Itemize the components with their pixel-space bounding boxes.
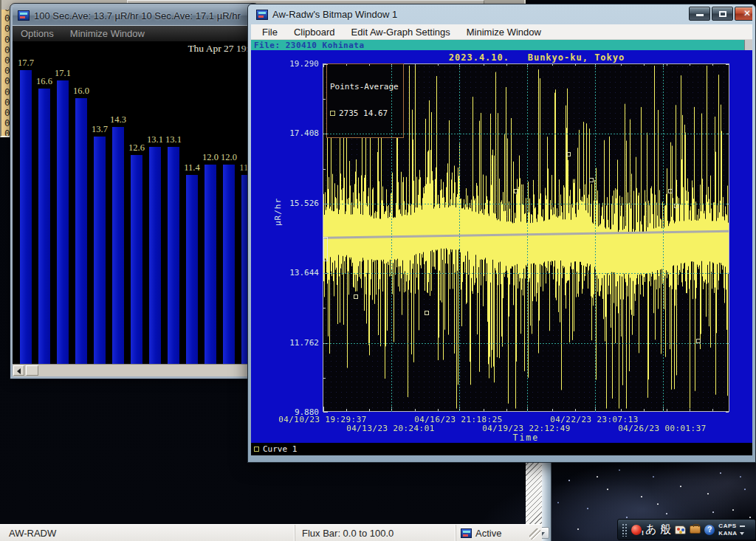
bar [149, 147, 161, 364]
curve-legend-bar: Curve 1 [251, 443, 752, 455]
y-major-tick-right [726, 412, 729, 413]
legend-title: Points-Average [330, 83, 399, 92]
x-minor-tick-top [690, 64, 690, 66]
y-axis-tick-label: 19.290 [261, 59, 319, 69]
close-button[interactable]: ✕ [735, 7, 752, 21]
maximize-icon [719, 11, 726, 17]
ime-status-icon[interactable] [631, 525, 642, 535]
bar-value-label: 14.3 [103, 114, 133, 125]
y-axis-tick-label: 11.762 [261, 338, 319, 348]
x-minor-tick-top [712, 64, 713, 66]
waveform-chart-region: 2023.4.10. Bunkyo-ku, Tokyo µR/hr Points… [251, 50, 752, 443]
file-info-bar: File: 230410 Kohinata [251, 40, 752, 50]
curve-marker-icon [254, 447, 259, 452]
bar [38, 89, 50, 364]
x-minor-tick [346, 409, 347, 411]
x-minor-tick-top [438, 64, 439, 66]
scroll-left-button[interactable] [13, 365, 24, 376]
curve-label: Curve 1 [263, 444, 297, 454]
ime-state-indicators: CAPS KANA [718, 523, 744, 537]
v-gridline [527, 65, 528, 412]
x-minor-tick [438, 409, 439, 411]
minimize-button[interactable] [689, 7, 710, 21]
bar [75, 98, 87, 364]
ime-dictionary-icon[interactable] [690, 526, 701, 534]
x-minor-tick-top [667, 64, 667, 66]
resize-grip[interactable] [529, 528, 540, 540]
bar-chart-window: 100 Sec.Ave: 13.7 µR/hr 10 Sec.Ave: 17.1… [10, 4, 258, 379]
desktop: 04/27/23 19:00:57 34.29 µR/hr 10 Pt.Avg.… [0, 0, 756, 541]
x-minor-tick [690, 409, 690, 411]
menu-edit-aw-graph-settings[interactable]: Edit Aw-Graph Settings [343, 27, 458, 38]
x-minor-tick [575, 409, 576, 411]
status-pane-flux: Flux Bar: 0.0 to 100.0 [295, 525, 456, 541]
x-minor-tick [667, 409, 667, 411]
x-minor-tick-top [552, 64, 553, 66]
menu-options[interactable]: Options [13, 28, 62, 39]
bar-window-title: 100 Sec.Ave: 13.7 µR/hr 10 Sec.Ave: 17.1… [34, 10, 241, 21]
x-major-tick [323, 407, 324, 411]
x-minor-tick-top [506, 64, 507, 66]
y-major-tick [323, 412, 328, 413]
bar-value-label: 13.7 [85, 124, 114, 135]
y-minor-tick [323, 169, 326, 170]
bar-window-menubar: Options Minimize Window [13, 25, 256, 41]
ime-conversion-mode-button[interactable]: 般 [660, 524, 671, 535]
menu-file[interactable]: File [254, 27, 286, 38]
bar [205, 165, 216, 364]
bitmap-window-titlebar[interactable]: Aw-Radw's Bitmap Window 1 ✕ [251, 4, 752, 24]
menu-minimize-window[interactable]: Minimize Window [62, 28, 153, 39]
bar [223, 165, 235, 364]
y-axis-tick-label: 13.644 [261, 268, 319, 278]
bar [168, 147, 179, 364]
x-minor-tick-top [644, 64, 645, 66]
x-minor-tick [506, 409, 507, 411]
x-axis-tick-label: 04/13/23 20:24:01 [335, 424, 446, 433]
status-flux-label: Flux Bar: 0.0 to 100.0 [302, 528, 394, 539]
ime-minimize-icon[interactable] [740, 526, 745, 527]
legend-entry: 2735 14.67 [330, 109, 399, 118]
ime-kana-label[interactable]: KANA [718, 530, 737, 537]
left-arrow-icon [17, 368, 21, 374]
x-minor-tick [415, 409, 416, 411]
aw-radw-icon [461, 528, 472, 538]
window-controls: ✕ [689, 7, 752, 21]
menu-clipboard[interactable]: Clipboard [286, 27, 343, 38]
y-axis-tick-label: 17.408 [261, 128, 319, 138]
maximize-button[interactable] [712, 7, 733, 21]
bar-value-label: 16.0 [66, 86, 96, 97]
bar-window-titlebar[interactable]: 100 Sec.Ave: 13.7 µR/hr 10 Sec.Ave: 17.1… [13, 6, 256, 25]
ime-drag-handle[interactable] [622, 523, 628, 537]
status-app-label: AW-RADW [9, 528, 56, 539]
scrollbar-thumb[interactable] [26, 365, 38, 376]
chevron-down-icon[interactable] [740, 532, 744, 535]
ime-input-mode-button[interactable]: あ [645, 524, 656, 535]
bar-chart-timestamp: Thu Apr 27 19:0 [188, 43, 254, 55]
status-bar: AW-RADW Flux Bar: 0.0 to 100.0 Active [0, 524, 542, 541]
plot-area: Points-Average 2735 14.67 [323, 63, 729, 412]
x-minor-tick-top [575, 64, 576, 66]
ime-help-icon[interactable]: ? [704, 525, 715, 535]
x-minor-tick [484, 409, 484, 411]
x-major-tick-top [323, 64, 324, 67]
bar-value-label: 17.7 [13, 58, 41, 69]
legend-marker-icon [330, 111, 335, 116]
y-major-tick-right [726, 64, 729, 65]
ime-language-bar: あ 般 ? CAPS KANA [617, 519, 756, 540]
y-minor-tick [323, 308, 326, 309]
ime-caps-label[interactable]: CAPS [718, 523, 736, 529]
v-gridline [459, 65, 460, 412]
y-minor-tick [323, 238, 326, 239]
bar [131, 155, 142, 364]
bar-value-label: 11.4 [177, 162, 207, 173]
bar-chart-scrollbar[interactable] [13, 364, 256, 376]
bar [112, 127, 124, 364]
scrollbar-fragment [744, 40, 752, 50]
bar-value-label: 12.0 [214, 152, 244, 163]
aw-radw-icon [18, 10, 30, 21]
status-active-label: Active [475, 528, 501, 539]
menu-minimize-window[interactable]: Minimize Window [458, 27, 549, 38]
bitmap-window-title: Aw-Radw's Bitmap Window 1 [272, 9, 397, 20]
x-axis-tick-label: 04/19/23 22:12:49 [471, 424, 582, 433]
ime-tools-icon[interactable] [675, 526, 686, 534]
